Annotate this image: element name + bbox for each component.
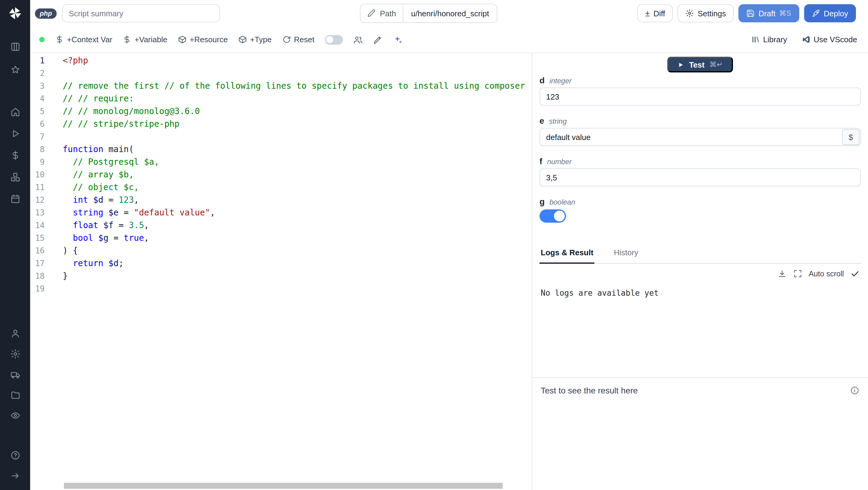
line-number: 18 bbox=[30, 270, 44, 282]
code-line[interactable]: return $d; bbox=[63, 257, 532, 270]
line-number: 2 bbox=[30, 67, 44, 80]
code-line[interactable]: } bbox=[63, 270, 532, 282]
draft-label: Draft bbox=[758, 9, 775, 18]
field-e-input[interactable] bbox=[539, 128, 861, 146]
help-icon[interactable] bbox=[5, 446, 25, 464]
toggle-knob bbox=[554, 211, 565, 222]
settings-button[interactable]: Settings bbox=[678, 4, 734, 22]
diff-label: Diff bbox=[653, 9, 665, 18]
collapse-sidebar-icon[interactable] bbox=[5, 466, 25, 485]
settings-icon[interactable] bbox=[5, 345, 25, 363]
audit-logs-icon[interactable] bbox=[5, 406, 25, 424]
windmill-logo[interactable] bbox=[8, 6, 22, 21]
schedules-icon[interactable] bbox=[5, 190, 25, 208]
line-number: 10 bbox=[30, 168, 44, 181]
add-variable-label: +Variable bbox=[135, 35, 167, 44]
pencil-icon bbox=[367, 9, 375, 18]
panels-icon[interactable] bbox=[5, 37, 25, 56]
field-f-input[interactable] bbox=[539, 168, 861, 186]
code-line[interactable] bbox=[63, 282, 532, 295]
add-context-var-button[interactable]: +Context Var bbox=[55, 35, 113, 44]
favorites-icon[interactable] bbox=[5, 60, 25, 79]
fields-container: dintegerestring$fnumbergboolean bbox=[539, 73, 861, 223]
code-line[interactable]: string $e = "default value", bbox=[63, 206, 532, 219]
users-icon[interactable] bbox=[353, 35, 363, 45]
line-number: 6 bbox=[30, 118, 44, 131]
download-logs-icon[interactable] bbox=[777, 269, 786, 278]
insert-variable-button[interactable]: $ bbox=[842, 129, 860, 145]
add-variable-button[interactable]: +Variable bbox=[123, 35, 167, 44]
line-number: 3 bbox=[30, 80, 44, 92]
folders-icon[interactable] bbox=[5, 385, 25, 404]
field-d-input[interactable] bbox=[539, 87, 861, 106]
line-number: 8 bbox=[30, 143, 44, 156]
user-icon[interactable] bbox=[5, 324, 25, 342]
draft-button[interactable]: Draft ⌘S bbox=[739, 4, 799, 22]
play-icon bbox=[678, 61, 684, 68]
field-name: d bbox=[539, 76, 545, 85]
code-line[interactable]: // object $c, bbox=[63, 181, 532, 194]
code-line[interactable]: float $f = 3.5, bbox=[63, 219, 532, 232]
variables-icon[interactable] bbox=[5, 146, 25, 164]
result-tabs: Logs & Result History bbox=[539, 243, 861, 264]
line-number: 5 bbox=[30, 105, 44, 118]
use-vscode-button[interactable]: Use VScode bbox=[801, 35, 857, 44]
draft-shortcut: ⌘S bbox=[779, 9, 791, 18]
path-value[interactable]: u/henri/honored_script bbox=[403, 4, 497, 22]
code-content[interactable]: <?php// remove the first // of the follo… bbox=[54, 53, 532, 490]
runs-icon[interactable] bbox=[5, 124, 25, 142]
code-line[interactable]: ) { bbox=[63, 244, 532, 257]
field-type: boolean bbox=[550, 198, 575, 206]
add-type-button[interactable]: +Type bbox=[238, 35, 272, 44]
info-icon[interactable] bbox=[850, 385, 860, 395]
auto-scroll-checkbox[interactable] bbox=[850, 269, 860, 278]
line-number: 19 bbox=[30, 282, 44, 295]
logs-toolbar: Auto scroll bbox=[539, 264, 861, 278]
code-line[interactable]: // array $b, bbox=[63, 168, 532, 181]
workers-icon[interactable] bbox=[5, 365, 25, 383]
code-line[interactable]: int $d = 123, bbox=[63, 194, 532, 206]
code-line[interactable]: // // require: bbox=[63, 92, 532, 105]
code-line[interactable]: // // monolog/monolog@3.6.0 bbox=[63, 105, 532, 118]
code-line[interactable] bbox=[63, 67, 532, 80]
field-type: integer bbox=[550, 77, 571, 85]
path-label: Path bbox=[380, 9, 396, 18]
format-code-icon[interactable] bbox=[373, 35, 382, 45]
library-button[interactable]: Library bbox=[751, 35, 787, 44]
resources-icon[interactable] bbox=[5, 168, 25, 186]
field-g-toggle[interactable] bbox=[539, 209, 566, 223]
code-line[interactable]: // // stripe/stripe-php bbox=[63, 118, 532, 131]
app-window: php Path u/henri/honored_script ± Diff bbox=[0, 0, 868, 490]
status-dot bbox=[39, 37, 44, 42]
topbar: php Path u/henri/honored_script ± Diff bbox=[30, 0, 868, 27]
code-line[interactable]: bool $g = true, bbox=[63, 232, 532, 244]
code-line[interactable]: // Postgresql $a, bbox=[63, 156, 532, 168]
test-label: Test bbox=[689, 60, 705, 69]
ai-assistant-icon[interactable] bbox=[393, 35, 402, 45]
diff-button[interactable]: ± Diff bbox=[638, 4, 673, 22]
path-group[interactable]: Path u/henri/honored_script bbox=[360, 4, 497, 23]
code-editor[interactable]: 12345678910111213141516171819 <?php// re… bbox=[30, 53, 532, 490]
code-line[interactable] bbox=[63, 131, 532, 143]
path-edit[interactable]: Path bbox=[361, 4, 403, 22]
home-icon[interactable] bbox=[5, 103, 25, 121]
tab-history[interactable]: History bbox=[613, 243, 640, 263]
logs-body: No logs are available yet bbox=[539, 278, 861, 377]
horizontal-scrollbar[interactable] bbox=[64, 483, 503, 489]
code-line[interactable]: <?php bbox=[63, 54, 532, 67]
deploy-button[interactable]: Deploy bbox=[804, 4, 856, 22]
field-e: estring$ bbox=[539, 116, 861, 146]
test-button[interactable]: Test ⌘↵ bbox=[667, 57, 733, 73]
tab-logs-result[interactable]: Logs & Result bbox=[539, 243, 595, 264]
reset-button[interactable]: Reset bbox=[282, 35, 314, 44]
field-type: number bbox=[547, 157, 571, 166]
code-line[interactable]: // remove the first // of the following … bbox=[63, 80, 532, 92]
code-line[interactable]: function main( bbox=[63, 143, 532, 156]
dollar-icon bbox=[55, 35, 64, 44]
add-resource-button[interactable]: +Resource bbox=[178, 35, 227, 44]
expand-logs-icon[interactable] bbox=[793, 269, 802, 278]
multiplayer-toggle[interactable] bbox=[324, 35, 343, 45]
summary-input[interactable] bbox=[62, 4, 220, 22]
line-number: 7 bbox=[30, 131, 44, 143]
use-vscode-label: Use VScode bbox=[813, 35, 857, 44]
